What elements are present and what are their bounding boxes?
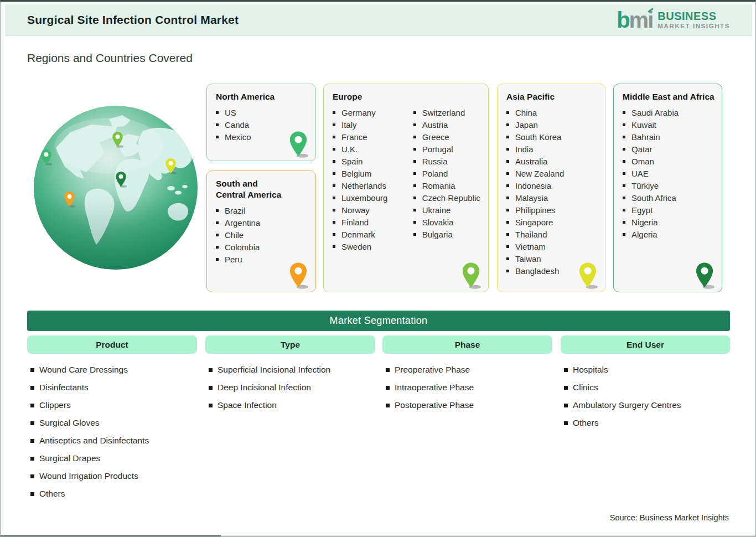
country-item: Vietnam [505, 240, 600, 252]
bullet-icon [413, 221, 416, 224]
bullet-icon [216, 209, 219, 212]
country-item: China [505, 106, 600, 118]
bullet-icon [216, 221, 219, 224]
country-list: GermanyItalyFranceU.K.SpainBelgiumNether… [332, 106, 411, 252]
region-title: Asia Pacific [506, 91, 600, 102]
map-pin-icon [578, 262, 598, 289]
bullet-icon [413, 172, 416, 175]
country-item: New Zealand [505, 167, 600, 179]
globe-pin-middle-east-icon [115, 171, 127, 188]
bullet-icon [333, 136, 335, 138]
country-item: Sweden [332, 240, 411, 252]
country-list: Saudi ArabiaKuwaitBahrainQatarOmanUAETür… [622, 106, 717, 240]
segment-header-end-user: End User [561, 335, 730, 354]
region-title: Middle East and Africa [623, 91, 717, 102]
country-item: Japan [505, 118, 600, 131]
country-item: U.K. [332, 143, 411, 155]
country-item: Belgium [332, 167, 411, 179]
bullet-icon [333, 245, 335, 248]
country-item: Denmark [332, 228, 411, 240]
segment-item: Others [564, 414, 730, 432]
bullet-icon [506, 233, 509, 236]
bullet-icon [333, 209, 335, 211]
country-item: Netherlands [332, 179, 411, 192]
map-pin-icon [695, 262, 714, 289]
country-item: Bahrain [622, 131, 717, 143]
country-item: Brazil [215, 204, 311, 216]
bullet-icon [209, 404, 213, 407]
segment-list-end-user: HospitalsClinicsAmbulatory Surgery Centr… [564, 361, 730, 432]
country-item: Norway [332, 204, 411, 216]
bullet-icon [30, 386, 34, 390]
bullet-icon [333, 123, 335, 126]
region-card-asia-pacific: Asia Pacific ChinaJapanSouth KoreaIndiaA… [497, 84, 605, 292]
segment-item: Antiseptics and Disinfectants [30, 432, 196, 450]
map-pin-icon [461, 262, 481, 289]
bullet-icon [564, 404, 568, 407]
bullet-icon [506, 221, 509, 224]
bullet-icon [623, 148, 625, 151]
segment-item: Space Infection [209, 396, 375, 414]
country-item: Colombia [215, 241, 311, 253]
map-pin-icon [288, 262, 308, 289]
bullet-icon [30, 404, 34, 407]
section-title: Regions and Countries Covered [27, 51, 193, 65]
segment-item: Disinfectants [30, 379, 196, 396]
bullet-icon [623, 233, 625, 236]
segment-item: Wound Care Dressings [30, 361, 196, 379]
region-card-south-central-america: South and Central America BrazilArgentin… [206, 171, 316, 292]
segment-item: Superficial Incisional Infection [209, 361, 375, 379]
bullet-icon [386, 386, 390, 390]
bullet-icon [333, 197, 335, 199]
bmi-logo: bmi BUSINESS MARKET INSIGHTS [617, 10, 730, 30]
segment-header-type: Type [205, 335, 375, 354]
country-list: BrazilArgentinaChileColombiaPeru [215, 204, 311, 265]
bullet-icon [333, 160, 335, 163]
bullet-icon [333, 172, 335, 175]
country-item: Qatar [622, 143, 717, 155]
bullet-icon [386, 368, 390, 372]
country-item: Finland [332, 216, 411, 228]
bullet-icon [333, 184, 335, 187]
source-note: Source: Business Market Insights [610, 513, 729, 522]
segment-item: Ambulatory Surgery Centres [564, 396, 730, 414]
globe-pin-asia-pacific-icon [165, 158, 177, 174]
country-item: Bulgaria [412, 228, 484, 240]
segment-item: Clippers [30, 396, 196, 414]
bullet-icon [506, 160, 509, 163]
bullet-icon [30, 474, 34, 478]
europe-country-columns: GermanyItalyFranceU.K.SpainBelgiumNether… [332, 106, 484, 252]
bullet-icon [623, 172, 625, 175]
bullet-icon [209, 386, 213, 390]
bullet-icon [30, 421, 34, 425]
bullet-icon [216, 258, 219, 261]
globe-icon [33, 105, 199, 271]
country-item: Thailand [505, 228, 600, 240]
country-item: Türkiye [622, 179, 717, 192]
header: Surgical Site Infection Control Market b… [5, 4, 752, 36]
country-item: Argentina [215, 216, 311, 229]
country-item: Algeria [622, 228, 717, 240]
bullet-icon [506, 148, 509, 151]
globe-pin-europe-icon [112, 131, 123, 148]
bullet-icon [623, 197, 625, 199]
segment-item: Surgical Gloves [30, 414, 196, 432]
segment-header-product: Product [27, 335, 197, 354]
bullet-icon [623, 209, 625, 211]
logo-text: BUSINESS MARKET INSIGHTS [657, 11, 730, 30]
country-item: Australia [505, 155, 600, 167]
bullet-icon [506, 111, 509, 114]
country-item: Czech Republic [412, 192, 484, 204]
bullet-icon [209, 368, 213, 372]
bullet-icon [506, 209, 509, 211]
bullet-icon [413, 160, 416, 163]
bullet-icon [216, 123, 219, 126]
logo-market-insights-label: MARKET INSIGHTS [657, 23, 730, 30]
bullet-icon [564, 421, 568, 425]
country-item: Luxembourg [332, 192, 411, 204]
country-item: Austria [412, 118, 484, 131]
country-item: Singapore [505, 216, 600, 228]
bullet-icon [623, 136, 625, 138]
country-item: Romania [412, 179, 484, 192]
country-item: Switzerland [412, 106, 484, 118]
